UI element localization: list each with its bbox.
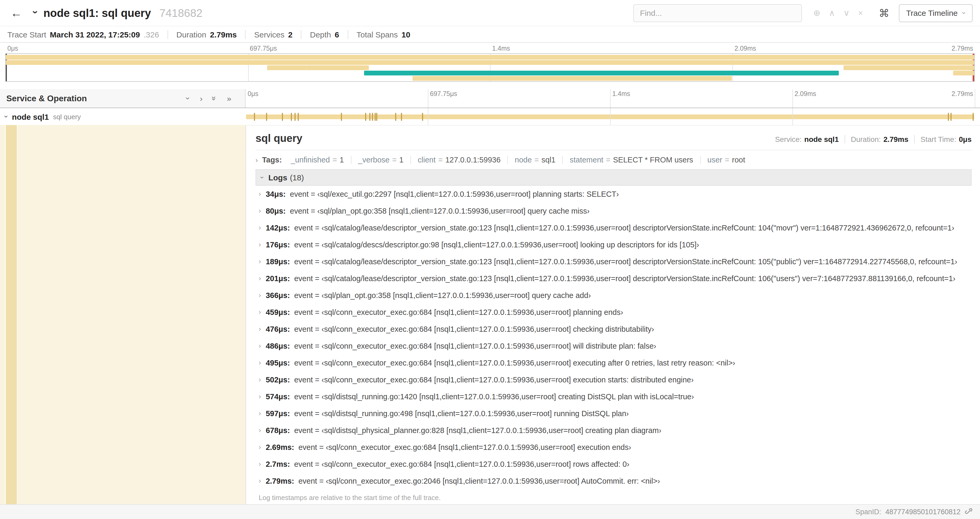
log-marker	[395, 113, 396, 121]
log-entry[interactable]: ›495μs:event = ‹sql/conn_executor_exec.g…	[256, 355, 972, 371]
summary-value: 2.79ms	[210, 30, 237, 39]
trace-id-badge: 7418682	[159, 6, 203, 19]
log-entry[interactable]: ›2.79ms:event = ‹sql/conn_executor_exec.…	[256, 473, 972, 489]
log-timestamp: 189μs:	[266, 257, 290, 267]
log-message: event = ‹sql/catalog/descs/descriptor.go…	[294, 240, 699, 249]
log-marker	[254, 113, 255, 121]
log-entry[interactable]: ›502μs:event = ‹sql/conn_executor_exec.g…	[256, 371, 972, 388]
log-message: event = ‹sql/conn_executor_exec.go:684 […	[294, 324, 654, 334]
log-marker	[291, 113, 292, 121]
logs-toggle[interactable]: › Logs (18)	[256, 169, 972, 186]
summary-label: Duration	[177, 30, 206, 39]
tag-chip: client=127.0.0.1:59936	[410, 156, 508, 164]
log-marker	[298, 113, 299, 121]
meta-duration-value: 2.79ms	[883, 135, 908, 144]
tag-chip: node=sql1	[508, 156, 562, 164]
summary-item: Total Spans10	[347, 30, 418, 39]
log-entry[interactable]: ›597μs:event = ‹sql/distsql_running.go:4…	[256, 405, 972, 422]
collapse-one-icon[interactable]: ›	[184, 97, 193, 100]
log-entry[interactable]: ›189μs:event = ‹sql/catalog/lease/descri…	[256, 253, 972, 270]
span-id-label: SpanID:	[855, 508, 881, 516]
log-entry[interactable]: ›459μs:event = ‹sql/conn_executor_exec.g…	[256, 304, 972, 321]
trace-header: ← › node sql1: sql query 7418682 ⊕ ∧ ∨ ×…	[0, 0, 980, 26]
log-entry[interactable]: ›486μs:event = ‹sql/conn_executor_exec.g…	[256, 338, 972, 355]
minimap-span-bar	[306, 65, 369, 70]
log-entry[interactable]: ›574μs:event = ‹sql/distsql_running.go:1…	[256, 388, 972, 405]
collapse-controls: › › » »	[187, 94, 239, 103]
timeline-gridline	[428, 108, 428, 125]
log-timestamp: 597μs:	[266, 409, 290, 418]
meta-start-time-value: 0μs	[959, 135, 972, 144]
copy-link-icon[interactable]	[965, 508, 973, 516]
service-operation-header: Service & Operation › › » »	[0, 89, 245, 108]
clear-search-icon[interactable]: ×	[858, 8, 863, 18]
tag-chip: statement=SELECT * FROM users	[562, 156, 700, 164]
log-marker	[365, 113, 366, 121]
log-marker	[372, 113, 373, 121]
service-operation-title: Service & Operation	[6, 94, 187, 103]
span-name-cell[interactable]: › node sql1 sql query	[0, 108, 245, 125]
chevron-right-icon[interactable]: ›	[256, 156, 258, 164]
logs-count: (18)	[290, 173, 304, 182]
collapse-trace-chevron-icon[interactable]: ›	[30, 10, 41, 14]
log-message: event = ‹sql/exec_util.go:2297 [nsql1,cl…	[290, 189, 619, 199]
timeline-gridline	[610, 108, 611, 125]
log-entry[interactable]: ›678μs:event = ‹sql/distsql_physical_pla…	[256, 422, 972, 439]
expand-all-icon[interactable]: »	[227, 94, 231, 103]
log-message: event = ‹sql/conn_executor_exec.go:684 […	[299, 442, 631, 452]
chevron-right-icon: ›	[259, 409, 261, 418]
timeline-tick-label: 2.79ms	[951, 90, 973, 97]
log-message: event = ‹sql/distsql_running.go:498 [nsq…	[294, 409, 629, 418]
tag-value: 127.0.0.1:59936	[445, 156, 501, 164]
timeline-tick-label: 2.09ms	[794, 90, 816, 97]
expand-one-icon[interactable]: ›	[200, 94, 203, 103]
collapse-all-icon[interactable]: »	[210, 96, 219, 101]
footer-bar: SpanID: 4877749850101760812	[0, 504, 980, 519]
prev-match-icon[interactable]: ∧	[829, 8, 835, 18]
log-entry[interactable]: ›142μs:event = ‹sql/catalog/lease/descri…	[256, 219, 972, 236]
summary-item: Depth6	[301, 30, 348, 39]
log-entry[interactable]: ›2.69ms:event = ‹sql/conn_executor_exec.…	[256, 439, 972, 456]
summary-label: Total Spans	[356, 30, 398, 39]
log-message: event = ‹sql/distsql_physical_planner.go…	[294, 426, 662, 435]
log-entry[interactable]: ›2.7ms:event = ‹sql/conn_executor_exec.g…	[256, 456, 972, 473]
log-entry[interactable]: ›80μs:event = ‹sql/plan_opt.go:358 [nsql…	[256, 203, 972, 219]
log-entry[interactable]: ›176μs:event = ‹sql/catalog/descs/descri…	[256, 236, 972, 253]
back-button[interactable]: ←	[7, 6, 25, 20]
span-expand-chevron-icon[interactable]: ›	[2, 115, 11, 118]
log-entry[interactable]: ›476μs:event = ‹sql/conn_executor_exec.g…	[256, 321, 972, 338]
next-match-icon[interactable]: ∨	[843, 8, 850, 18]
focus-match-icon[interactable]: ⊕	[813, 8, 820, 18]
find-input[interactable]	[633, 4, 802, 22]
timeline-gridline	[792, 89, 793, 108]
log-timestamp: 476μs:	[266, 324, 290, 334]
summary-item: Duration2.79ms	[167, 30, 245, 39]
minimap-span-bar-accent	[364, 71, 838, 75]
page-title: node sql1: sql query	[43, 6, 151, 19]
tag-value: SELECT * FROM users	[613, 156, 693, 164]
log-entry[interactable]: ›201μs:event = ‹sql/catalog/lease/descri…	[256, 270, 972, 287]
log-marker	[951, 113, 952, 121]
summary-label: Depth	[310, 30, 331, 39]
chevron-down-icon: ›	[258, 176, 266, 179]
log-timestamp: 366μs:	[266, 291, 290, 300]
summary-value-fraction: .326	[143, 30, 159, 39]
chevron-right-icon: ›	[259, 442, 261, 452]
chevron-right-icon: ›	[259, 274, 261, 283]
tags-toggle[interactable]: Tags:	[262, 156, 282, 164]
span-detail-header: sql query Service:node sql1 Duration:2.7…	[256, 130, 972, 150]
span-timeline-track[interactable]	[245, 108, 975, 125]
tag-chip: user=root	[700, 156, 752, 164]
log-message: event = ‹sql/catalog/lease/descriptor_ve…	[294, 274, 956, 283]
logs-note: Log timestamps are relative to the start…	[256, 489, 972, 504]
minimap-canvas[interactable]	[5, 53, 975, 82]
view-options-button[interactable]: Trace Timeline ›	[899, 4, 973, 22]
keyboard-shortcuts-button[interactable]: ⌘	[875, 6, 894, 19]
log-entry[interactable]: ›34μs:event = ‹sql/exec_util.go:2297 [ns…	[256, 186, 972, 203]
timeline-gridline	[428, 89, 428, 108]
log-timestamp: 142μs:	[266, 223, 290, 233]
tag-chip: _unfinished=1	[284, 156, 351, 164]
span-detail-panel: sql query Service:node sql1 Duration:2.7…	[245, 125, 980, 504]
span-row: › node sql1 sql query	[0, 108, 980, 125]
log-entry[interactable]: ›366μs:event = ‹sql/plan_opt.go:358 [nsq…	[256, 287, 972, 304]
